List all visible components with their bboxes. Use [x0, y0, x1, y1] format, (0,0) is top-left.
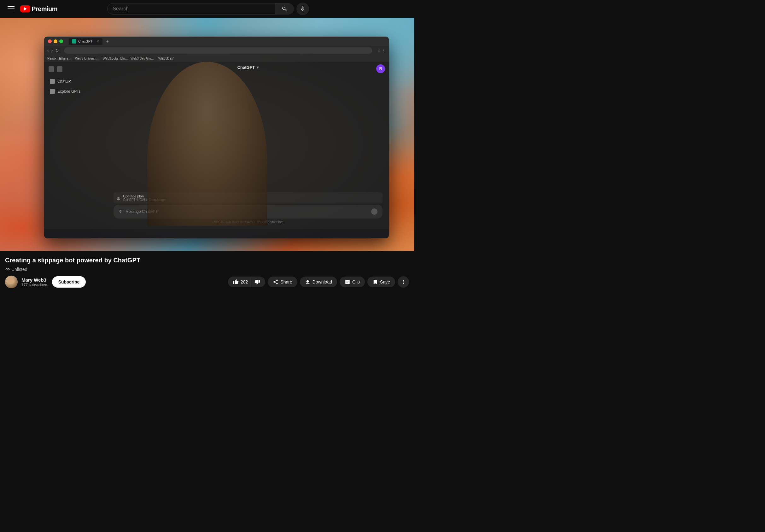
channel-subscribers: 777 subscribers: [21, 282, 48, 287]
share-icon: [273, 279, 279, 285]
search-input[interactable]: [108, 3, 275, 14]
header: Premium: [0, 0, 414, 18]
unlisted-label: Unlisted: [11, 267, 27, 272]
channel-text: Mary Web3 777 subscribers: [21, 277, 48, 287]
search-container: [107, 3, 294, 15]
subscribe-button[interactable]: Subscribe: [52, 276, 86, 287]
mic-button[interactable]: [297, 3, 309, 15]
channel-avatar-image: [5, 275, 18, 288]
person-silhouette: [147, 62, 267, 226]
share-button[interactable]: Share: [268, 276, 297, 287]
youtube-icon: [20, 5, 30, 12]
video-thumbnail: ChatGPT ✕ + ‹ › ↻ ☆ ⋮ Remix - Ethereum..…: [0, 18, 414, 251]
youtube-logo[interactable]: Premium: [20, 5, 57, 13]
save-icon: [373, 279, 378, 285]
search-button[interactable]: [275, 3, 294, 14]
hamburger-menu-button[interactable]: [5, 4, 17, 14]
clip-label: Clip: [352, 279, 360, 284]
download-icon: [305, 279, 311, 285]
thumbs-up-icon: [233, 279, 239, 285]
clip-icon: [345, 279, 350, 285]
video-info: Creating a slippage bot powered by ChatG…: [5, 251, 409, 291]
link-icon: [5, 267, 10, 272]
dislike-button[interactable]: [251, 276, 265, 287]
header-center: [107, 3, 309, 15]
video-player[interactable]: ChatGPT ✕ + ‹ › ↻ ☆ ⋮ Remix - Ethereum..…: [0, 18, 414, 251]
likes-dislikes-group: 202: [228, 276, 265, 287]
clip-button[interactable]: Clip: [340, 276, 365, 287]
channel-actions-row: Mary Web3 777 subscribers Subscribe 202: [5, 275, 409, 288]
main-content: Creating a slippage bot powered by ChatG…: [0, 251, 414, 291]
header-left: Premium: [5, 4, 57, 14]
download-label: Download: [313, 279, 332, 284]
share-label: Share: [280, 279, 292, 284]
youtube-brand-text: Premium: [32, 5, 57, 13]
like-button[interactable]: 202: [228, 276, 251, 287]
channel-avatar[interactable]: [5, 275, 18, 288]
more-options-button[interactable]: [397, 276, 409, 287]
save-label: Save: [380, 279, 390, 284]
search-icon: [282, 6, 287, 12]
action-buttons: 202 Share: [228, 276, 409, 287]
more-icon: [400, 279, 406, 285]
channel-info: Mary Web3 777 subscribers Subscribe: [5, 275, 86, 288]
channel-name[interactable]: Mary Web3: [21, 277, 48, 282]
like-count: 202: [241, 279, 248, 284]
thumbs-down-icon: [255, 279, 260, 285]
unlisted-badge: Unlisted: [5, 267, 27, 272]
save-button[interactable]: Save: [368, 276, 395, 287]
video-title: Creating a slippage bot powered by ChatG…: [5, 256, 409, 264]
video-meta-row: Unlisted: [5, 267, 409, 272]
mic-icon: [300, 6, 306, 12]
download-button[interactable]: Download: [300, 276, 337, 287]
video-person-overlay: [0, 37, 414, 251]
